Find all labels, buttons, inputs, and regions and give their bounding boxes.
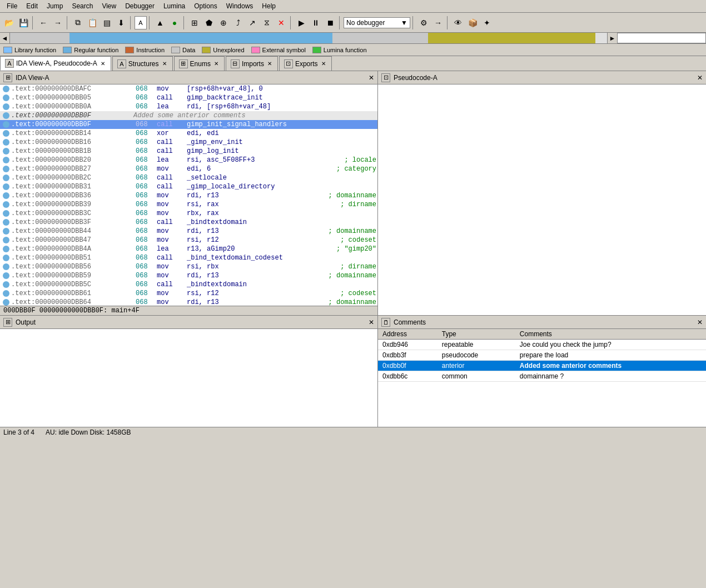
tab-close-imports[interactable]: ✕ xyxy=(266,61,273,67)
output-panel-content[interactable] xyxy=(0,329,377,427)
asm-mnemonic: call xyxy=(157,121,185,128)
menu-jump[interactable]: Jump xyxy=(42,1,67,11)
navmap-bar[interactable] xyxy=(10,33,607,43)
tab-label-enums: Enums xyxy=(190,60,211,68)
tab-ida-view-a[interactable]: A IDA View-A, Pseudocode-A ✕ xyxy=(0,56,111,71)
table-row[interactable]: 0xdbb0fanteriorAdded some anterior comme… xyxy=(378,361,706,371)
prox-button[interactable]: ⊕ xyxy=(217,16,230,29)
menu-edit[interactable]: Edit xyxy=(22,1,42,11)
asm-line[interactable]: .text:000000000DBB3C 068movrbx, rax xyxy=(0,209,377,218)
comments-table-header: Address Type Comments xyxy=(378,329,706,340)
asm-line[interactable]: .text:000000000DBB0F 068callgimp_init_si… xyxy=(0,120,377,129)
tab-enums[interactable]: ⊞ Enums ✕ xyxy=(174,56,225,71)
paste-button[interactable]: 📋 xyxy=(86,16,99,29)
asm-line[interactable]: .text:000000000DBB59 068movrdi, r13 ; do… xyxy=(0,271,377,280)
asm-comment: ; codeset xyxy=(340,290,376,297)
select-button[interactable]: ▤ xyxy=(100,16,113,29)
module-button[interactable]: 📦 xyxy=(466,16,479,29)
asm-line[interactable]: .text:000000000DBAFC 068mov[rsp+68h+var_… xyxy=(0,84,377,93)
asm-line[interactable]: .text:000000000DBB20 068learsi, asc_5F08… xyxy=(0,156,377,165)
output-panel-close[interactable]: ✕ xyxy=(369,318,374,326)
table-row[interactable]: 0xdb946repeatableJoe could you check the… xyxy=(378,340,706,350)
asm-line[interactable]: .text:000000000DBB05 068callgimp_backtra… xyxy=(0,93,377,102)
asm-dot-icon xyxy=(3,210,9,217)
asm-addr: .text:000000000DBB64 xyxy=(11,298,133,306)
asm-dot-icon xyxy=(3,103,9,110)
run-button[interactable]: ● xyxy=(168,16,181,29)
tab-structures[interactable]: A Structures ✕ xyxy=(112,56,173,71)
pseudo-panel-close[interactable]: ✕ xyxy=(697,74,703,82)
hex-button[interactable]: ⬟ xyxy=(202,16,216,29)
navmap-left-arrow[interactable]: ◄ xyxy=(0,33,10,43)
comments-panel-close[interactable]: ✕ xyxy=(697,318,703,326)
back-button[interactable]: ← xyxy=(37,16,50,29)
asm-line[interactable]: .text:000000000DBB27 068movedi, 6 ; cate… xyxy=(0,165,377,173)
pseudo-panel-content[interactable] xyxy=(378,84,706,315)
graph-button[interactable]: ⊞ xyxy=(188,16,201,29)
asm-line[interactable]: .text:000000000DBB31 068call_gimp_locale… xyxy=(0,182,377,191)
menu-search[interactable]: Search xyxy=(67,1,97,11)
pause-button[interactable]: ⏸ xyxy=(309,16,322,29)
save-button[interactable]: 💾 xyxy=(17,16,30,29)
asm-line[interactable]: .text:000000000DBB1B 068callgimp_log_ini… xyxy=(0,147,377,156)
debugger-dropdown[interactable]: No debugger ▼ xyxy=(344,17,410,28)
asm-line[interactable]: .text:000000000DBB0A 068leardi, [rsp+68h… xyxy=(0,102,377,111)
play-button[interactable]: ▶ xyxy=(295,16,308,29)
asm-line[interactable]: .text:000000000DBB47 068movrsi, r12 ; co… xyxy=(0,236,377,245)
struct-button[interactable]: ⧖ xyxy=(260,16,274,29)
asm-line[interactable]: .text:000000000DBB51 068call_bind_textdo… xyxy=(0,253,377,262)
xref-button[interactable]: ↗ xyxy=(246,16,259,29)
extra-button[interactable]: ✦ xyxy=(480,16,494,29)
menu-options[interactable]: Options xyxy=(190,1,221,11)
menu-file[interactable]: File xyxy=(2,1,22,11)
remote-button[interactable]: ⚙ xyxy=(417,16,430,29)
asm-line[interactable]: .text:000000000DBB44 068movrdi, r13 ; do… xyxy=(0,227,377,236)
asm-line[interactable]: .text:000000000DBB5C 068call_bindtextdom… xyxy=(0,280,377,289)
stack-button[interactable]: ⤴ xyxy=(231,16,245,29)
open-button[interactable]: 📂 xyxy=(2,16,16,29)
forward-button[interactable]: → xyxy=(51,16,64,29)
prev-highlight-button[interactable]: ▲ xyxy=(153,16,167,29)
copy-button[interactable]: ⧉ xyxy=(71,16,84,29)
menu-lumina[interactable]: Lumina xyxy=(159,1,190,11)
tab-close-struct[interactable]: ✕ xyxy=(161,61,168,67)
watch-button[interactable]: 👁 xyxy=(451,16,465,29)
asm-line[interactable]: .text:000000000DBB16 068call_gimp_env_in… xyxy=(0,138,377,147)
asm-line[interactable]: .text:000000000DBB64 068movrdi, r13 ; do… xyxy=(0,298,377,306)
asm-operands: _bindtextdomain xyxy=(187,281,376,288)
down-button[interactable]: ⬇ xyxy=(115,16,128,29)
asm-line[interactable]: .text:000000000DBB2C 068call_setlocale xyxy=(0,173,377,182)
menu-debugger[interactable]: Debugger xyxy=(121,1,159,11)
navmap-search-input[interactable] xyxy=(617,33,706,43)
tab-exports[interactable]: ⊡ Exports ✕ xyxy=(279,56,332,71)
asm-line[interactable]: .text:000000000DBB0F Added some anterior… xyxy=(0,111,377,120)
table-row[interactable]: 0xdbb6ccommondomainname ? xyxy=(378,371,706,382)
ida-panel-content[interactable]: .text:000000000DBAFC 068mov[rsp+68h+var_… xyxy=(0,84,377,306)
table-row[interactable]: 0xdbb3fpseudocodeprepare the load xyxy=(378,350,706,361)
tab-imports[interactable]: ⊟ Imports ✕ xyxy=(226,56,278,71)
cancel-button[interactable]: ✕ xyxy=(275,16,288,29)
menu-view[interactable]: View xyxy=(97,1,121,11)
asm-line[interactable]: .text:000000000DBB14 068xoredi, edi xyxy=(0,129,377,138)
asm-line[interactable]: .text:000000000DBB56 068movrsi, rbx ; di… xyxy=(0,262,377,271)
tab-close-enums[interactable]: ✕ xyxy=(213,61,220,67)
tabs-bar: A IDA View-A, Pseudocode-A ✕ A Structure… xyxy=(0,56,706,71)
menu-help[interactable]: Help xyxy=(257,1,280,11)
asm-line[interactable]: .text:000000000DBB36 068movrdi, r13 ; do… xyxy=(0,191,377,200)
proc-button[interactable]: → xyxy=(431,16,445,29)
tab-close-exports[interactable]: ✕ xyxy=(320,61,327,67)
asm-line[interactable]: .text:000000000DBB61 068movrsi, r12 ; co… xyxy=(0,289,377,298)
asm-bytes: 068 xyxy=(136,103,152,111)
asm-mnemonic: mov xyxy=(157,263,185,271)
menu-windows[interactable]: Windows xyxy=(222,1,258,11)
ida-panel-close[interactable]: ✕ xyxy=(369,74,374,82)
navmap-right-arrow[interactable]: ► xyxy=(607,33,617,43)
navmap: ◄ ► xyxy=(0,33,706,44)
asm-line[interactable]: .text:000000000DBB3F 068call_bindtextdom… xyxy=(0,218,377,227)
search-text-button[interactable]: A xyxy=(135,16,147,29)
tab-close-ida[interactable]: ✕ xyxy=(100,61,106,67)
asm-line[interactable]: .text:000000000DBB4A 068lear13, aGimp20 … xyxy=(0,245,377,253)
legend-bar: Library function Regular function Instru… xyxy=(0,44,706,56)
asm-line[interactable]: .text:000000000DBB39 068movrsi, rax ; di… xyxy=(0,200,377,209)
stop-button[interactable]: ⏹ xyxy=(324,16,337,29)
